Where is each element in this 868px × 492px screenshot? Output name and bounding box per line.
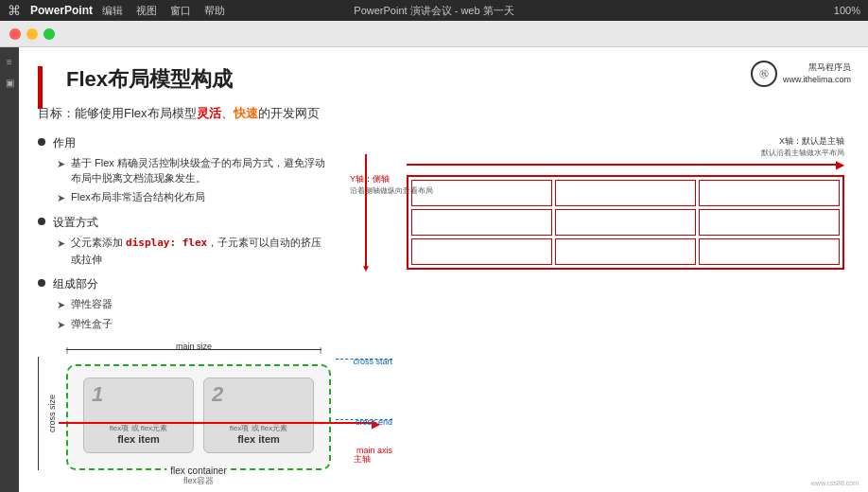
- sub-text-1: 基于 Flex 精确灵活控制块级盒子的布局方式，避免浮动布局中脱离文档流现象发生…: [71, 155, 331, 186]
- title-bar: [0, 21, 868, 47]
- arrow-icon-3: ➤: [57, 236, 65, 252]
- menu-bar-right: 100%: [834, 5, 860, 16]
- bullet-dot-2: [38, 218, 45, 225]
- bullet-dot-1: [38, 138, 45, 146]
- flex-item-sublabel-2: flex项 或 flex元素: [230, 424, 287, 433]
- sidebar-icon-2: ▣: [3, 78, 16, 91]
- sub-bullet-4: ➤ 弹性容器: [57, 296, 331, 313]
- logo-text: 黑马程序员 www.ithelima.com: [783, 62, 851, 85]
- close-button[interactable]: [9, 28, 21, 40]
- arrow-icon-5: ➤: [57, 317, 65, 333]
- subtitle-highlight2: 快速: [234, 106, 258, 120]
- logo-line1: 黑马程序员: [783, 62, 851, 74]
- flex-item-1: 1 flex项 或 flex元素 flex item: [83, 378, 194, 453]
- x-axis-arrow-row: ▶: [407, 158, 844, 171]
- main-size-label: main size: [176, 342, 212, 351]
- grid-cell-2-3: [699, 209, 840, 236]
- sub-text-4: 弹性容器: [71, 296, 113, 312]
- sub-text-3: 父元素添加 display: flex，子元素可以自动的挤压或拉伸: [71, 235, 331, 267]
- x-axis-label1: X轴：默认是主轴: [407, 135, 844, 148]
- section-title-shezhi: 设置方式: [38, 215, 331, 231]
- sub-bullets-zuchen: ➤ 弹性容器 ➤ 弹性盒子: [57, 296, 331, 332]
- diagram-row: cross size 1 flex项 或 flex元素 flex item: [38, 357, 331, 470]
- sub-bullet-1: ➤ 基于 Flex 精确灵活控制块级盒子的布局方式，避免浮动布局中脱离文档流现象…: [57, 155, 331, 186]
- x-axis-line: [407, 164, 836, 166]
- main-axis-line: ▶: [59, 422, 376, 424]
- zoom-level: 100%: [834, 5, 860, 16]
- grid-cell-1-3: [699, 180, 840, 206]
- section-zuoyong: 作用 ➤ 基于 Flex 精确灵活控制块级盒子的布局方式，避免浮动布局中脱离文档…: [38, 135, 331, 206]
- subtitle-prefix: 目标：能够使用Flex布局模型: [38, 106, 197, 120]
- slide-content: Flex布局模型构成 ㊗ 黑马程序员 www.ithelima.com 目标：能…: [19, 47, 868, 492]
- content-area: 作用 ➤ 基于 Flex 精确灵活控制块级盒子的布局方式，避免浮动布局中脱离文档…: [38, 135, 844, 492]
- flex-model-wrapper: | | main size cross size: [38, 342, 331, 492]
- accent-bar: [38, 66, 43, 109]
- arrow-icon-2: ➤: [57, 190, 65, 206]
- y-axis-text1: Y轴：侧轴: [350, 173, 433, 185]
- main-size-left-tick: |: [66, 345, 68, 354]
- grid-cell-2-1: [411, 209, 552, 236]
- app-name: PowerPoint: [30, 4, 93, 17]
- logo-area: ㊗ 黑马程序员 www.ithelima.com: [751, 61, 851, 87]
- section-label-shezhi: 设置方式: [53, 215, 98, 231]
- y-axis-label: Y轴：侧轴 沿着侧轴做纵向查看布局: [350, 173, 433, 196]
- logo-line2: www.ithelima.com: [783, 74, 851, 86]
- flex-item-sublabel-1: flex项 或 flex元素: [110, 424, 167, 433]
- cross-size-line: [38, 357, 39, 470]
- subtitle-end: 的开发网页: [258, 106, 320, 120]
- section-title-zuchen: 组成部分: [38, 276, 331, 292]
- sidebar: ≡ ▣: [0, 47, 19, 492]
- watermark: www.css88.com: [811, 480, 859, 486]
- grid-cell-3-2: [555, 238, 696, 265]
- main-window: ≡ ▣ Flex布局模型构成 ㊗ 黑马程序员 www.ithelima.com …: [0, 21, 868, 492]
- slide-subtitle: 目标：能够使用Flex布局模型灵活、快速的开发网页: [38, 105, 844, 122]
- menu-view[interactable]: 视图: [136, 4, 157, 18]
- flex-item-number-1: 1: [92, 382, 103, 407]
- sub-bullet-3: ➤ 父元素添加 display: flex，子元素可以自动的挤压或拉伸: [57, 235, 331, 267]
- bullet-dot-3: [38, 279, 45, 287]
- menu-bar-left: ⌘ PowerPoint 编辑 视图 窗口 帮助: [8, 3, 225, 18]
- slide-title: Flex布局模型构成: [66, 66, 844, 94]
- cross-size-area: cross size: [38, 357, 66, 470]
- flex-item-2: 2 flex项 或 flex元素 flex item: [203, 378, 314, 453]
- sub-bullet-5: ➤ 弹性盒子: [57, 316, 331, 333]
- y-axis-line: ▼: [365, 154, 367, 268]
- section-label-zuoyong: 作用: [53, 135, 76, 151]
- main-size-right-tick: |: [320, 345, 321, 354]
- slide-container: ≡ ▣ Flex布局模型构成 ㊗ 黑马程序员 www.ithelima.com …: [0, 47, 868, 492]
- grid-cell-2-2: [555, 209, 696, 236]
- sub-bullets-zuoyong: ➤ 基于 Flex 精确灵活控制块级盒子的布局方式，避免浮动布局中脱离文档流现象…: [57, 155, 331, 206]
- grid-cell-3-1: [411, 238, 552, 265]
- sub-bullet-2: ➤ Flex布局非常适合结构化布局: [57, 189, 331, 206]
- x-axis-arrow-icon: ▶: [836, 158, 844, 171]
- x-axis-label2: 默认沿着主轴做水平布局: [407, 148, 844, 158]
- section-label-zuchen: 组成部分: [53, 276, 98, 292]
- menu-edit[interactable]: 编辑: [102, 4, 123, 18]
- menu-window[interactable]: 窗口: [170, 4, 191, 18]
- apple-logo-icon: ⌘: [8, 3, 21, 18]
- flex-item-number-2: 2: [212, 382, 223, 407]
- section-title-zuoyong: 作用: [38, 135, 331, 151]
- menu-help[interactable]: 帮助: [204, 4, 225, 18]
- minimize-button[interactable]: [26, 28, 38, 40]
- grid-cell-1-2: [555, 180, 696, 206]
- subtitle-highlight1: 灵活: [197, 106, 221, 120]
- maximize-button[interactable]: [43, 28, 55, 40]
- sidebar-icon-1: ≡: [3, 57, 16, 70]
- cross-size-label: cross size: [47, 395, 57, 432]
- x-axis-labels: X轴：默认是主轴 默认沿着主轴做水平布局 ▶: [388, 135, 844, 171]
- left-content: 作用 ➤ 基于 Flex 精确灵活控制块级盒子的布局方式，避免浮动布局中脱离文档…: [38, 135, 331, 492]
- grid-container: [388, 175, 844, 270]
- flex-item-label-1: flex item: [117, 433, 160, 445]
- flex-grid: [407, 175, 844, 270]
- flex-items-row: 1 flex项 或 flex元素 flex item 2 flex项 或 fle…: [83, 378, 314, 453]
- flex-item-label-2: flex item: [237, 433, 280, 445]
- y-axis-arrow-icon: ▼: [361, 263, 371, 273]
- right-content: Y轴：侧轴 沿着侧轴做纵向查看布局 ▼ X轴：默认是主轴 默认沿着主轴做水平布局: [350, 135, 844, 492]
- menu-bar: ⌘ PowerPoint 编辑 视图 窗口 帮助 PowerPoint 演讲会议…: [0, 0, 868, 21]
- sub-bullets-shezhi: ➤ 父元素添加 display: flex，子元素可以自动的挤压或拉伸: [57, 235, 331, 267]
- logo-icon: ㊗: [751, 61, 777, 87]
- subtitle-sep: 、: [221, 106, 234, 120]
- traffic-lights: [9, 28, 55, 40]
- window-title-bar: PowerPoint 演讲会议 - web 第一天: [354, 4, 513, 18]
